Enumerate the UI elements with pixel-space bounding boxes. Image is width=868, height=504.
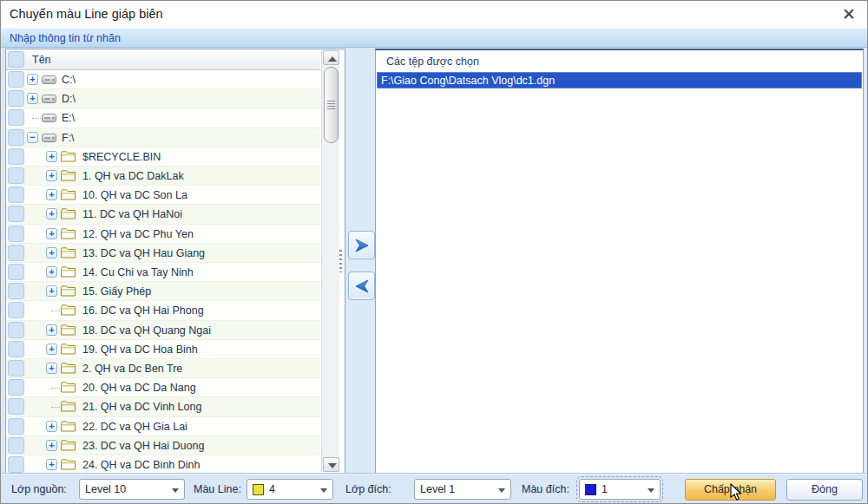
- scroll-down-icon: [328, 463, 337, 468]
- tree-row[interactable]: + 11. DC va QH HaNoi: [6, 205, 320, 224]
- line-color-label: Màu Line:: [194, 479, 241, 500]
- folder-icon: [61, 363, 76, 375]
- expand-toggle[interactable]: +: [27, 74, 38, 85]
- tree-row[interactable]: + D:\: [6, 89, 320, 108]
- tree-item-label: D:\: [62, 93, 76, 105]
- dest-color-value: 1: [602, 483, 608, 495]
- row-indicator-cell: [8, 398, 24, 415]
- tree-row[interactable]: + 14. Cu Chi va Tay Ninh: [6, 263, 320, 282]
- tree-row[interactable]: + 1. QH va DC DakLak: [6, 167, 320, 186]
- scroll-down-button[interactable]: [323, 457, 339, 472]
- row-indicator-cell: [8, 148, 24, 165]
- expand-toggle[interactable]: +: [46, 363, 57, 374]
- expand-toggle[interactable]: +: [46, 208, 57, 219]
- group-header-label: Nhập thông tin từ nhãn: [10, 32, 121, 44]
- row-indicator-cell: [8, 283, 24, 299]
- tree-row[interactable]: 21. QH va DC Vinh Long: [6, 397, 320, 416]
- tree-header-indicator-cell: [8, 51, 24, 68]
- row-indicator-cell: [8, 206, 24, 222]
- tree-item-label: 18. DC va QH Quang Ngai: [82, 324, 211, 337]
- expand-toggle[interactable]: +: [46, 440, 57, 451]
- folder-icon: [61, 382, 76, 394]
- folder-icon: [61, 208, 76, 220]
- folder-icon: [61, 304, 76, 317]
- tree-row[interactable]: + 22. DC va QH Gia Lai: [6, 417, 320, 436]
- tree-row[interactable]: − F:\: [6, 128, 320, 147]
- tree-item-label: 16. DC va QH Hai Phong: [82, 304, 204, 317]
- tree-row[interactable]: + 24. QH va DC Binh Dinh: [6, 455, 320, 474]
- scrollbar-grip-icon: [327, 101, 335, 109]
- row-indicator-cell: [8, 418, 24, 435]
- folder-icon: [61, 247, 76, 259]
- expand-toggle[interactable]: +: [46, 170, 57, 181]
- panel-splitter-handle[interactable]: [339, 250, 342, 272]
- scroll-up-icon: [328, 56, 337, 62]
- expand-toggle[interactable]: +: [46, 324, 57, 336]
- folder-icon: [61, 228, 76, 240]
- file-path: F:\Giao Cong\Datsach Vlog\dc1.dgn: [381, 75, 555, 87]
- tree-item-label: 2. QH va Dc Ben Tre: [82, 363, 182, 375]
- right-arrow-icon: [353, 238, 371, 253]
- expand-toggle[interactable]: +: [46, 344, 57, 355]
- expand-toggle[interactable]: +: [46, 189, 57, 200]
- mouse-cursor-icon: [730, 483, 743, 501]
- source-level-value: Level 10: [85, 483, 126, 495]
- expand-toggle[interactable]: +: [27, 93, 38, 104]
- group-header: Nhập thông tin từ nhãn: [1, 28, 867, 48]
- tree-item-label: 12. QH va DC Phu Yen: [82, 228, 194, 240]
- tree-row[interactable]: + 18. DC va QH Quang Ngai: [6, 321, 320, 340]
- scrollbar-thumb[interactable]: [324, 67, 339, 143]
- expand-toggle[interactable]: +: [46, 247, 57, 259]
- tree-row[interactable]: + 15. Giấy Phép: [6, 282, 320, 301]
- tree-item-label: C:\: [62, 74, 76, 86]
- remove-file-button[interactable]: [348, 272, 375, 300]
- selected-file-row[interactable]: F:\Giao Cong\Datsach Vlog\dc1.dgn: [377, 72, 862, 88]
- source-level-select[interactable]: Level 10: [79, 479, 185, 500]
- dest-level-label: Lớp đích:: [345, 479, 391, 500]
- tree-item-label: 19. QH va DC Hoa Binh: [82, 344, 198, 356]
- tree-vertical-scrollbar[interactable]: [321, 50, 339, 472]
- tree-row[interactable]: 20. QH va DC Da Nang: [6, 378, 320, 397]
- scroll-up-button[interactable]: [323, 50, 339, 65]
- row-indicator-cell: [8, 226, 24, 242]
- dest-level-select[interactable]: Level 1: [414, 479, 511, 500]
- chevron-down-icon: [498, 488, 505, 493]
- source-level-label: Lớp nguồn:: [11, 479, 67, 500]
- tree-item-label: 10. QH va DC Son La: [82, 189, 187, 201]
- expand-toggle[interactable]: +: [46, 421, 57, 432]
- expand-toggle[interactable]: +: [46, 151, 57, 162]
- selected-files-panel: Các tệp được chọn F:\Giao Cong\Datsach V…: [375, 49, 864, 474]
- expand-toggle[interactable]: +: [46, 459, 57, 470]
- close-button[interactable]: Đóng: [786, 479, 863, 501]
- tree-row[interactable]: + C:\: [6, 70, 320, 89]
- tree-row[interactable]: + 13. DC va QH Hau Giang: [6, 244, 320, 263]
- expand-toggle[interactable]: +: [46, 228, 57, 239]
- tree-row[interactable]: + $RECYCLE.BIN: [6, 147, 320, 167]
- folder-icon: [61, 189, 76, 201]
- tree-row[interactable]: + 2. QH va Dc Ben Tre: [6, 359, 320, 378]
- dest-color-select[interactable]: 1: [579, 479, 661, 500]
- expand-toggle[interactable]: −: [27, 132, 38, 143]
- row-indicator-cell: [8, 109, 24, 126]
- tree-column-header[interactable]: Tên: [6, 49, 320, 70]
- line-color-select[interactable]: 4: [247, 479, 333, 500]
- tree-row[interactable]: + 23. DC va QH Hai Duong: [6, 436, 320, 455]
- tree-row[interactable]: E:\: [6, 108, 320, 128]
- row-indicator-cell: [8, 129, 24, 146]
- dialog-title: Chuyển màu Line giáp biên: [10, 7, 163, 21]
- folder-icon: [61, 266, 76, 278]
- close-icon[interactable]: ✕: [838, 3, 860, 26]
- tree-row[interactable]: + 10. QH va DC Son La: [6, 186, 320, 205]
- folder-icon: [61, 421, 76, 433]
- tree-row[interactable]: 16. DC va QH Hai Phong: [6, 301, 320, 320]
- tree-row[interactable]: + 19. QH va DC Hoa Binh: [6, 340, 320, 359]
- tree-item-label: F:\: [62, 132, 75, 144]
- add-file-button[interactable]: [348, 231, 375, 259]
- expand-toggle[interactable]: +: [46, 266, 57, 278]
- tree-item-label: 1. QH va DC DakLak: [82, 170, 184, 182]
- folder-icon: [61, 401, 76, 413]
- tree-row[interactable]: + 12. QH va DC Phu Yen: [6, 225, 320, 244]
- expand-toggle[interactable]: +: [46, 285, 57, 297]
- row-indicator-cell: [8, 167, 24, 184]
- dest-level-value: Level 1: [420, 483, 455, 495]
